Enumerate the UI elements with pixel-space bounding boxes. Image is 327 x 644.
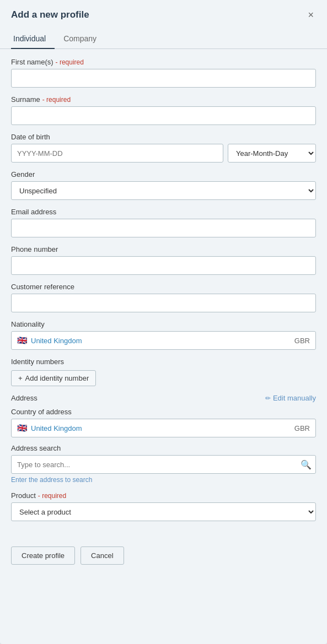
address-search-wrapper: 🔍 — [11, 455, 316, 474]
address-label: Address — [11, 394, 37, 402]
close-button[interactable]: × — [305, 9, 316, 21]
email-label: Email address — [11, 208, 316, 216]
address-section-header: Address ✏ Edit manually — [11, 394, 316, 402]
email-input[interactable] — [11, 219, 316, 237]
phone-input[interactable] — [11, 256, 316, 275]
country-left: 🇬🇧 United Kingdom — [17, 423, 82, 433]
edit-manually-button[interactable]: ✏ Edit manually — [265, 394, 316, 402]
tab-individual[interactable]: Individual — [11, 30, 55, 48]
surname-label: Surname - required — [11, 95, 316, 104]
modal-header: Add a new profile × — [0, 0, 327, 21]
date-format-select[interactable]: Year-Month-Day Day-Month-Year Month-Day-… — [228, 144, 316, 163]
address-group: Address ✏ Edit manually Country of addre… — [11, 394, 316, 484]
product-group: Product - required Select a product — [11, 491, 316, 521]
add-profile-modal: Add a new profile × Individual Company F… — [0, 0, 327, 644]
product-required: - required — [38, 492, 66, 500]
product-label: Product - required — [11, 491, 316, 500]
country-of-address-label: Country of address — [11, 408, 316, 416]
add-identity-label: Add identity number — [25, 374, 89, 382]
nationality-field[interactable]: 🇬🇧 United Kingdom GBR — [11, 331, 316, 350]
date-input[interactable] — [11, 144, 223, 163]
add-identity-button[interactable]: + Add identity number — [11, 370, 96, 386]
product-select[interactable]: Select a product — [11, 502, 316, 521]
edit-icon: ✏ — [265, 394, 271, 402]
dob-group: Date of birth Year-Month-Day Day-Month-Y… — [11, 133, 316, 163]
surname-group: Surname - required — [11, 95, 316, 125]
cancel-button[interactable]: Cancel — [81, 546, 124, 565]
create-profile-button[interactable]: Create profile — [11, 546, 75, 565]
country-name: United Kingdom — [31, 424, 82, 432]
tabs-container: Individual Company — [0, 23, 327, 49]
date-row: Year-Month-Day Day-Month-Year Month-Day-… — [11, 144, 316, 163]
search-icon-button[interactable]: 🔍 — [301, 459, 312, 470]
address-search-input[interactable] — [11, 455, 316, 474]
first-names-label: First name(s) - required — [11, 58, 316, 66]
tab-company[interactable]: Company — [61, 30, 105, 48]
country-code: GBR — [294, 424, 310, 432]
email-group: Email address — [11, 208, 316, 237]
dob-label: Date of birth — [11, 133, 316, 141]
gender-select[interactable]: Unspecified Male Female Other — [11, 181, 316, 200]
country-of-address-field[interactable]: 🇬🇧 United Kingdom GBR — [11, 419, 316, 437]
identity-numbers-group: Identity numbers + Add identity number — [11, 358, 316, 386]
footer-actions: Create profile Cancel — [0, 538, 327, 576]
edit-manually-label: Edit manually — [273, 394, 316, 402]
form-body: First name(s) - required Surname - requi… — [0, 49, 327, 538]
nationality-group: Nationality 🇬🇧 United Kingdom GBR — [11, 320, 316, 350]
first-names-required: - required — [56, 58, 84, 66]
country-flag: 🇬🇧 — [17, 423, 28, 433]
customer-ref-input[interactable] — [11, 294, 316, 312]
phone-group: Phone number — [11, 245, 316, 275]
nationality-left: 🇬🇧 United Kingdom — [17, 335, 82, 345]
nationality-label: Nationality — [11, 320, 316, 328]
first-names-group: First name(s) - required — [11, 58, 316, 88]
address-search-label: Address search — [11, 444, 316, 452]
customer-ref-group: Customer reference — [11, 283, 316, 312]
address-search-hint: Enter the address to search — [11, 476, 316, 484]
add-identity-plus: + — [18, 374, 23, 382]
phone-label: Phone number — [11, 245, 316, 253]
nationality-name: United Kingdom — [31, 337, 82, 345]
modal-title: Add a new profile — [11, 9, 89, 20]
identity-numbers-label: Identity numbers — [11, 358, 316, 366]
customer-ref-label: Customer reference — [11, 283, 316, 291]
gender-group: Gender Unspecified Male Female Other — [11, 170, 316, 200]
nationality-code: GBR — [294, 337, 310, 345]
search-icon: 🔍 — [301, 460, 312, 469]
surname-required: - required — [42, 96, 71, 104]
nationality-flag: 🇬🇧 — [17, 335, 28, 345]
gender-label: Gender — [11, 170, 316, 178]
surname-input[interactable] — [11, 106, 316, 125]
first-names-input[interactable] — [11, 69, 316, 88]
